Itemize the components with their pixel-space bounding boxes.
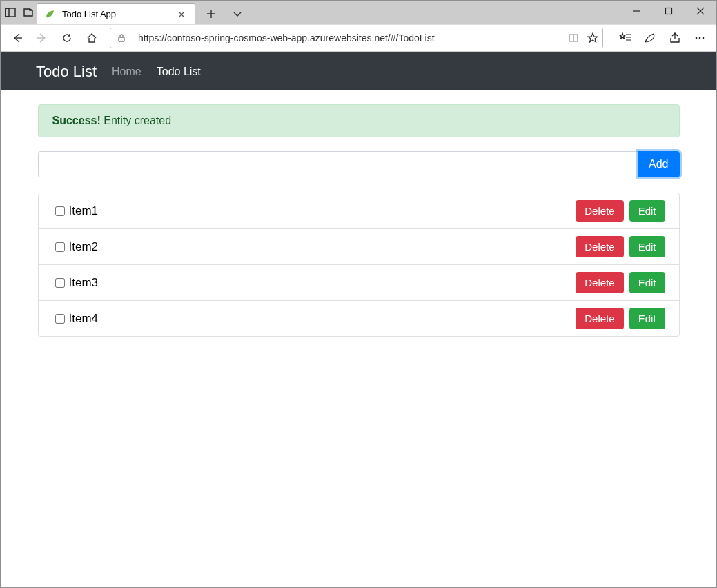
- todo-row: Item4DeleteEdit: [39, 301, 679, 336]
- delete-button[interactable]: Delete: [576, 236, 623, 257]
- todo-list: Item1DeleteEditItem2DeleteEditItem3Delet…: [38, 193, 680, 337]
- refresh-icon[interactable]: [56, 27, 78, 49]
- reading-view-icon[interactable]: [564, 32, 583, 43]
- delete-button[interactable]: Delete: [576, 272, 623, 293]
- edit-button[interactable]: Edit: [629, 200, 665, 222]
- more-icon[interactable]: [689, 27, 711, 49]
- browser-tab[interactable]: Todo List App: [37, 3, 195, 24]
- success-alert: Success! Entity created: [38, 104, 680, 137]
- home-icon[interactable]: [81, 27, 103, 49]
- navbar-brand[interactable]: Todo List: [36, 63, 97, 81]
- back-icon[interactable]: [6, 27, 28, 49]
- svg-point-5: [699, 37, 701, 39]
- svg-point-6: [703, 37, 705, 39]
- alert-text: Entity created: [104, 115, 171, 126]
- edit-button[interactable]: Edit: [629, 272, 665, 293]
- maximize-icon[interactable]: [653, 1, 685, 21]
- tabs-list-icon[interactable]: [23, 7, 34, 18]
- todo-checkbox[interactable]: [55, 314, 65, 324]
- tabs-dropdown-icon[interactable]: [227, 3, 248, 24]
- titlebar: Todo List App: [1, 1, 716, 24]
- todo-label: Item3: [69, 276, 576, 290]
- app-navbar: Todo List Home Todo List: [1, 52, 716, 90]
- todo-row: Item2DeleteEdit: [39, 229, 679, 265]
- favorites-list-icon[interactable]: [614, 27, 636, 49]
- new-todo-input[interactable]: [38, 151, 638, 177]
- svg-rect-1: [6, 8, 9, 17]
- share-icon[interactable]: [664, 27, 686, 49]
- toolbar: [1, 24, 716, 52]
- alert-strong: Success!: [52, 115, 101, 126]
- tab-title: Todo List App: [61, 9, 171, 19]
- edit-button[interactable]: Edit: [629, 236, 665, 257]
- svg-point-4: [696, 37, 698, 39]
- delete-button[interactable]: Delete: [576, 200, 623, 222]
- close-window-icon[interactable]: [685, 1, 716, 21]
- todo-label: Item2: [69, 240, 576, 254]
- todo-label: Item4: [69, 312, 576, 326]
- todo-checkbox[interactable]: [55, 278, 65, 288]
- svg-rect-2: [666, 8, 672, 14]
- url-input[interactable]: [132, 28, 564, 48]
- browser-chrome: Todo List App: [1, 1, 716, 52]
- add-button[interactable]: Add: [638, 151, 679, 177]
- notes-icon[interactable]: [639, 27, 661, 49]
- todo-label: Item1: [69, 204, 576, 218]
- add-todo-form: Add: [38, 151, 680, 177]
- spring-favicon-icon: [44, 9, 55, 20]
- svg-rect-3: [119, 37, 124, 41]
- new-tab-icon[interactable]: [201, 3, 222, 24]
- forward-icon[interactable]: [31, 27, 53, 49]
- tabs-aside-icon[interactable]: [5, 7, 16, 18]
- lock-icon[interactable]: [110, 28, 132, 48]
- todo-row: Item3DeleteEdit: [39, 265, 679, 301]
- main-container: Success! Entity created Add Item1DeleteE…: [38, 104, 680, 337]
- tab-close-icon[interactable]: [177, 10, 186, 19]
- delete-button[interactable]: Delete: [576, 308, 623, 329]
- page-viewport: Todo List Home Todo List Success! Entity…: [1, 52, 716, 587]
- nav-link-home[interactable]: Home: [112, 66, 141, 78]
- window-controls: [621, 1, 716, 21]
- after-tabs: [195, 3, 253, 24]
- toolbar-right: [610, 27, 711, 49]
- todo-row: Item1DeleteEdit: [39, 193, 679, 229]
- minimize-icon[interactable]: [621, 1, 653, 21]
- favorite-star-icon[interactable]: [583, 32, 602, 43]
- nav-link-todolist[interactable]: Todo List: [157, 66, 201, 78]
- edit-button[interactable]: Edit: [629, 308, 665, 329]
- svg-rect-0: [6, 8, 15, 17]
- address-bar[interactable]: [110, 28, 603, 48]
- tab-actions-left: [1, 1, 34, 24]
- todo-checkbox[interactable]: [55, 206, 65, 216]
- todo-checkbox[interactable]: [55, 242, 65, 252]
